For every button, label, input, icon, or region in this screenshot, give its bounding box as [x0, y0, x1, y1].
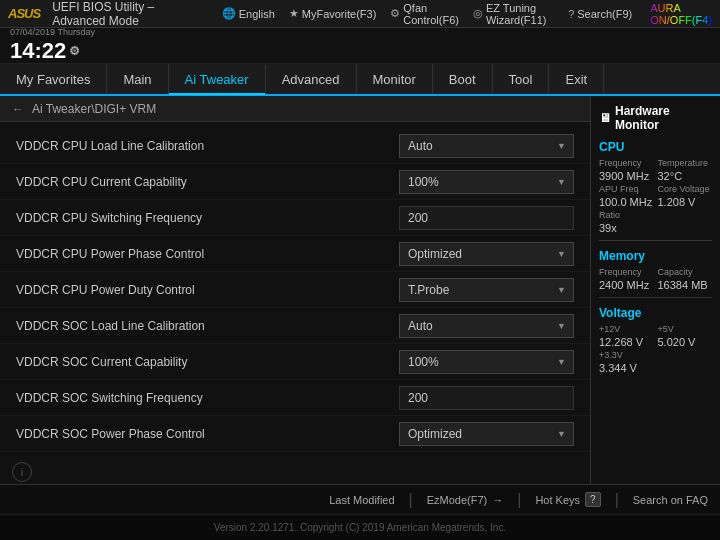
select-wrapper: T.Probe	[399, 278, 574, 302]
voltage-stats: +12V +5V 12.268 V 5.020 V +3.3V 3.344 V	[599, 324, 712, 374]
mem-freq-label: Frequency	[599, 267, 654, 277]
ez-mode-label: EzMode(F7)	[427, 494, 488, 506]
ratio-value: 39x	[599, 222, 654, 234]
setting-text-input[interactable]	[399, 206, 574, 230]
cpu-temp-label: Temperature	[658, 158, 713, 168]
cpu-section-title: CPU	[599, 140, 712, 154]
memory-section-title: Memory	[599, 249, 712, 263]
info-button[interactable]: i	[12, 462, 32, 482]
nav-main[interactable]: Main	[107, 64, 168, 94]
top-bar: ASUS UEFI BIOS Utility – Advanced Mode 🌐…	[0, 0, 720, 28]
nav-exit[interactable]: Exit	[549, 64, 604, 94]
time-settings-icon[interactable]: ⚙	[69, 44, 80, 58]
language-selector[interactable]: 🌐 English	[222, 7, 275, 20]
search-icon: ?	[568, 8, 574, 20]
cpu-temp-value: 32°C	[658, 170, 713, 182]
tuning-icon: ◎	[473, 7, 483, 20]
breadcrumb-back-icon[interactable]: ←	[12, 102, 24, 116]
setting-row: VDDCR SOC Power Phase ControlOptimized	[0, 416, 590, 452]
setting-select[interactable]: Optimized	[399, 422, 574, 446]
setting-select[interactable]: Optimized	[399, 242, 574, 266]
sep1: |	[409, 491, 413, 509]
setting-label: VDDCR CPU Power Duty Control	[16, 283, 399, 297]
apu-freq-value: 100.0 MHz	[599, 196, 654, 208]
select-wrapper: 100%	[399, 170, 574, 194]
last-modified-item[interactable]: Last Modified	[329, 494, 394, 506]
memory-stats: Frequency Capacity 2400 MHz 16384 MB	[599, 267, 712, 291]
v12-label: +12V	[599, 324, 654, 334]
setting-row: VDDCR SOC Load Line CalibrationAuto	[0, 308, 590, 344]
cpu-memory-divider	[599, 240, 712, 241]
voltage-section-title: Voltage	[599, 306, 712, 320]
bottom-bar: Last Modified | EzMode(F7) → | Hot Keys …	[0, 484, 720, 514]
nav-boot[interactable]: Boot	[433, 64, 493, 94]
v33-label: +3.3V	[599, 350, 654, 360]
v5-label: +5V	[658, 324, 713, 334]
nav-advanced[interactable]: Advanced	[266, 64, 357, 94]
setting-select[interactable]: Auto	[399, 314, 574, 338]
select-wrapper: Auto	[399, 134, 574, 158]
breadcrumb-text: Ai Tweaker\DIGI+ VRM	[32, 102, 156, 116]
nav-bar: My Favorites Main Ai Tweaker Advanced Mo…	[0, 64, 720, 96]
content-area: VDDCR CPU Load Line CalibrationAutoVDDCR…	[0, 122, 590, 484]
setting-select[interactable]: T.Probe	[399, 278, 574, 302]
datetime-bar: 07/04/2019 Thursday 14:22 ⚙	[0, 28, 720, 64]
qfan-btn[interactable]: ⚙ Qfan Control(F6)	[390, 2, 459, 26]
setting-select[interactable]: 100%	[399, 350, 574, 374]
ez-mode-icon: →	[492, 494, 503, 506]
nav-ai-tweaker[interactable]: Ai Tweaker	[169, 65, 266, 95]
setting-label: VDDCR SOC Power Phase Control	[16, 427, 399, 441]
v12-value: 12.268 V	[599, 336, 654, 348]
search-faq-btn[interactable]: Search on FAQ	[633, 494, 708, 506]
mem-freq-value: 2400 MHz	[599, 279, 654, 291]
memory-voltage-divider	[599, 297, 712, 298]
time-display: 14:22 ⚙	[10, 38, 95, 64]
setting-label: VDDCR SOC Load Line Calibration	[16, 319, 399, 333]
select-wrapper: 100%	[399, 350, 574, 374]
search-btn[interactable]: ? Search(F9)	[568, 8, 632, 20]
nav-my-favorites[interactable]: My Favorites	[0, 64, 107, 94]
setting-select[interactable]: Auto	[399, 134, 574, 158]
app-title: UEFI BIOS Utility – Advanced Mode	[52, 0, 210, 28]
setting-select[interactable]: 100%	[399, 170, 574, 194]
setting-label: VDDCR CPU Current Capability	[16, 175, 399, 189]
setting-row: VDDCR CPU Power Phase ControlOptimized	[0, 236, 590, 272]
select-wrapper: Optimized	[399, 242, 574, 266]
ez-mode-btn[interactable]: EzMode(F7) →	[427, 494, 504, 506]
copyright-bar: Version 2.20.1271. Copyright (C) 2019 Am…	[0, 514, 720, 540]
aura-btn[interactable]: AURA ON/OFF(F4)	[650, 2, 712, 26]
cpu-stats: Frequency Temperature 3900 MHz 32°C APU …	[599, 158, 712, 234]
select-wrapper: Optimized	[399, 422, 574, 446]
setting-label: VDDCR CPU Power Phase Control	[16, 247, 399, 261]
select-wrapper: Auto	[399, 314, 574, 338]
hardware-monitor-panel: 🖥 Hardware Monitor CPU Frequency Tempera…	[590, 96, 720, 486]
hot-keys-badge: ?	[585, 492, 601, 507]
monitor-icon: 🖥	[599, 111, 611, 125]
setting-row: VDDCR SOC Current Capability100%	[0, 344, 590, 380]
setting-row: VDDCR CPU Current Capability100%	[0, 164, 590, 200]
cpu-freq-label: Frequency	[599, 158, 654, 168]
setting-text-input[interactable]	[399, 386, 574, 410]
fan-icon: ⚙	[390, 7, 400, 20]
setting-row: VDDCR CPU Power Duty ControlT.Probe	[0, 272, 590, 308]
setting-row: VDDCR CPU Switching Frequency	[0, 200, 590, 236]
copyright-text: Version 2.20.1271. Copyright (C) 2019 Am…	[214, 522, 506, 533]
top-bar-tools: 🌐 English ★ MyFavorite(F3) ⚙ Qfan Contro…	[222, 2, 712, 26]
v5-value: 5.020 V	[658, 336, 713, 348]
star-icon: ★	[289, 7, 299, 20]
mem-cap-label: Capacity	[658, 267, 713, 277]
ez-tuning-btn[interactable]: ◎ EZ Tuning Wizard(F11)	[473, 2, 554, 26]
last-modified-label: Last Modified	[329, 494, 394, 506]
nav-tool[interactable]: Tool	[493, 64, 550, 94]
setting-label: VDDCR CPU Switching Frequency	[16, 211, 399, 225]
sep2: |	[517, 491, 521, 509]
monitor-title: 🖥 Hardware Monitor	[599, 104, 712, 132]
ratio-label: Ratio	[599, 210, 654, 220]
ratio-placeholder	[658, 210, 713, 220]
date-text: 07/04/2019 Thursday	[10, 27, 95, 38]
hot-keys-btn[interactable]: Hot Keys ?	[535, 492, 600, 507]
search-faq-label: Search on FAQ	[633, 494, 708, 506]
nav-monitor[interactable]: Monitor	[357, 64, 433, 94]
my-favorites-btn[interactable]: ★ MyFavorite(F3)	[289, 7, 377, 20]
apu-freq-label: APU Freq	[599, 184, 654, 194]
